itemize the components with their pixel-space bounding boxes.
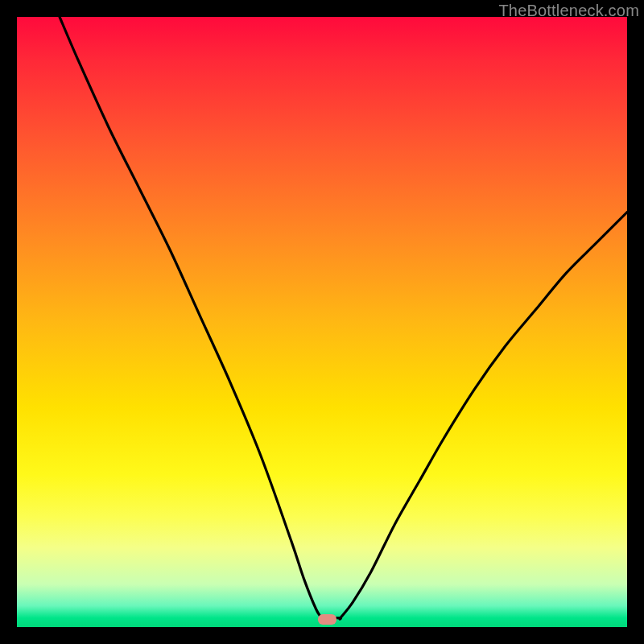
watermark-text: TheBottleneck.com — [498, 2, 639, 20]
bottleneck-curve — [17, 17, 627, 627]
chart-stage: TheBottleneck.com — [0, 0, 644, 644]
optimum-marker — [318, 614, 336, 625]
plot-area — [17, 17, 627, 627]
